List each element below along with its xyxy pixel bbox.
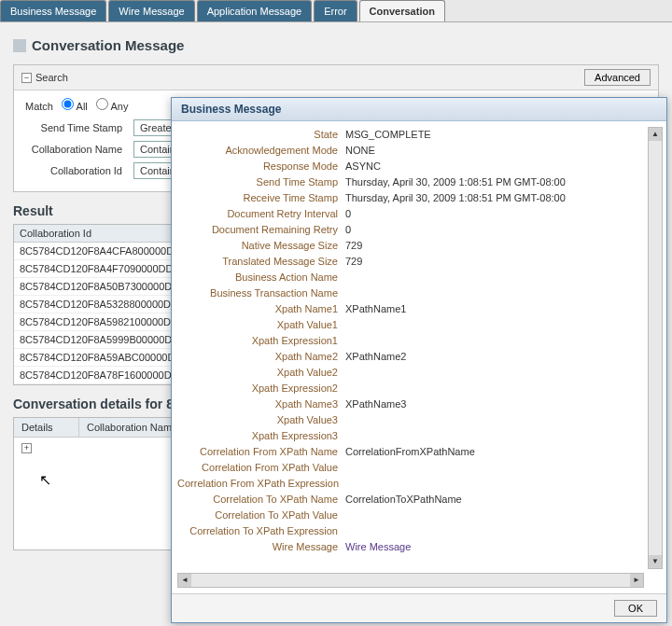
tab-error[interactable]: Error <box>314 0 357 21</box>
field-value: 0 <box>345 206 644 222</box>
field-label: Wire Message <box>177 539 345 555</box>
field-row: Correlation To XPath Value <box>177 508 644 523</box>
field-value <box>345 333 644 349</box>
field-label: State <box>177 127 345 143</box>
expand-icon[interactable]: + <box>21 443 32 453</box>
field-label: Xpath Value1 <box>177 317 345 333</box>
tab-application-message[interactable]: Application Message <box>197 0 313 21</box>
tab-bar: Business Message Wire Message Applicatio… <box>0 0 672 22</box>
field-value <box>345 508 644 523</box>
field-row: Xpath Expression3 <box>177 428 644 444</box>
field-collab-id-label: Collaboration Id <box>25 165 128 176</box>
ok-button[interactable]: OK <box>614 600 657 617</box>
field-label: Correlation To XPath Value <box>177 508 345 523</box>
scroll-left-icon[interactable]: ◄ <box>178 574 191 587</box>
field-value <box>345 270 644 285</box>
field-label: Correlation From XPath Expression <box>177 476 345 492</box>
field-label: Xpath Name2 <box>177 349 345 365</box>
field-value: XPathName1 <box>345 301 644 317</box>
match-any-radio[interactable] <box>96 98 108 110</box>
field-value: Thursday, April 30, 2009 1:08:51 PM GMT-… <box>345 190 644 206</box>
vertical-scrollbar[interactable]: ▲ ▼ <box>648 127 663 569</box>
field-value: 729 <box>345 238 644 254</box>
field-value <box>345 381 644 396</box>
field-value: CorrelationFromXPathName <box>345 444 644 460</box>
field-row: Send Time StampThursday, April 30, 2009 … <box>177 174 644 190</box>
field-label: Document Remaining Retry <box>177 222 345 238</box>
field-row: Xpath Value3 <box>177 412 644 428</box>
field-value <box>345 317 644 333</box>
search-title: Search <box>35 72 68 83</box>
collapse-icon[interactable]: − <box>21 73 32 83</box>
horizontal-scrollbar[interactable]: ◄ ► <box>177 573 644 588</box>
field-value: 729 <box>345 254 644 270</box>
field-label: Business Action Name <box>177 270 345 285</box>
field-value <box>345 365 644 381</box>
dialog-title: Business Message <box>172 98 666 121</box>
field-value-link[interactable]: Wire Message <box>345 539 644 555</box>
field-value: 0 <box>345 222 644 238</box>
field-row: Xpath Value2 <box>177 365 644 381</box>
field-label: Receive Time Stamp <box>177 190 345 206</box>
field-row: Correlation From XPath NameCorrelationFr… <box>177 444 644 460</box>
tab-conversation[interactable]: Conversation <box>359 0 445 21</box>
field-label: Send Time Stamp <box>177 174 345 190</box>
scroll-up-icon[interactable]: ▲ <box>649 128 662 141</box>
field-row: Native Message Size729 <box>177 238 644 254</box>
field-row: Business Action Name <box>177 270 644 285</box>
field-row: StateMSG_COMPLETE <box>177 127 644 143</box>
field-label: Xpath Expression1 <box>177 333 345 349</box>
field-label: Xpath Value3 <box>177 412 345 428</box>
match-all-label: All <box>77 101 88 112</box>
field-row: Correlation From XPath Expression <box>177 476 644 492</box>
field-label: Xpath Name1 <box>177 301 345 317</box>
field-row: Document Retry Interval0 <box>177 206 644 222</box>
field-label: Xpath Value2 <box>177 365 345 381</box>
field-value: XPathName2 <box>345 349 644 365</box>
field-label: Translated Message Size <box>177 254 345 270</box>
field-row: Xpath Name3XPathName3 <box>177 396 644 412</box>
scroll-right-icon[interactable]: ► <box>630 574 643 587</box>
field-label: Xpath Name3 <box>177 396 345 412</box>
field-value: XPathName3 <box>345 396 644 412</box>
tab-business-message[interactable]: Business Message <box>0 0 106 21</box>
field-row: Xpath Value1 <box>177 317 644 333</box>
field-row: Translated Message Size729 <box>177 254 644 270</box>
field-label: Acknowledgement Mode <box>177 143 345 159</box>
field-row: Xpath Name2XPathName2 <box>177 349 644 365</box>
field-row: Correlation To XPath Expression <box>177 523 644 539</box>
match-all-radio[interactable] <box>62 98 74 110</box>
field-value: ASYNC <box>345 159 644 174</box>
business-message-dialog: Business Message StateMSG_COMPLETEAcknow… <box>171 97 667 623</box>
field-label: Correlation From XPath Value <box>177 460 345 476</box>
field-value <box>345 285 644 301</box>
field-label: Business Transaction Name <box>177 285 345 301</box>
field-value: CorrelationToXPathName <box>345 492 644 508</box>
field-label: Native Message Size <box>177 238 345 254</box>
field-row: Wire MessageWire Message <box>177 539 644 555</box>
field-label: Correlation To XPath Expression <box>177 523 345 539</box>
scroll-down-icon[interactable]: ▼ <box>649 555 662 568</box>
field-value: NONE <box>345 143 644 159</box>
field-label: Xpath Expression2 <box>177 381 345 396</box>
details-col-details[interactable]: Details <box>14 418 79 437</box>
advanced-button[interactable]: Advanced <box>584 69 651 86</box>
match-label: Match <box>25 101 53 112</box>
field-value <box>345 523 644 539</box>
field-label: Correlation To XPath Name <box>177 492 345 508</box>
field-value: Thursday, April 30, 2009 1:08:51 PM GMT-… <box>345 174 644 190</box>
field-label: Correlation From XPath Name <box>177 444 345 460</box>
field-row: Correlation From XPath Value <box>177 460 644 476</box>
field-value <box>345 476 644 492</box>
field-row: Receive Time StampThursday, April 30, 20… <box>177 190 644 206</box>
field-row: Business Transaction Name <box>177 285 644 301</box>
field-label: Response Mode <box>177 159 345 174</box>
field-row: Correlation To XPath NameCorrelationToXP… <box>177 492 644 508</box>
field-row: Xpath Name1XPathName1 <box>177 301 644 317</box>
field-label: Document Retry Interval <box>177 206 345 222</box>
field-collab-name-label: Collaboration Name <box>25 144 128 155</box>
page-icon <box>13 39 26 52</box>
tab-wire-message[interactable]: Wire Message <box>108 0 194 21</box>
field-row: Xpath Expression1 <box>177 333 644 349</box>
match-any-label: Any <box>110 101 128 112</box>
